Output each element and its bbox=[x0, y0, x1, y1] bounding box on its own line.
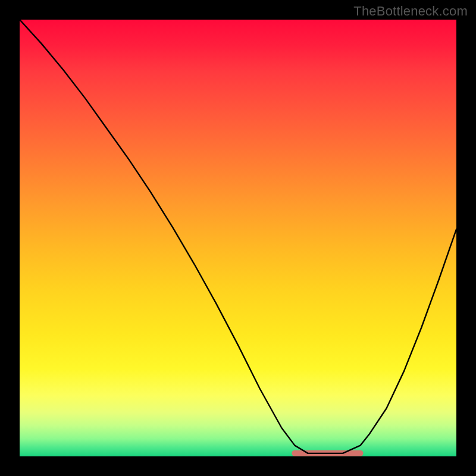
plot-area bbox=[20, 20, 456, 456]
chart-frame: TheBottleneck.com bbox=[0, 0, 476, 476]
watermark-text: TheBottleneck.com bbox=[353, 4, 468, 19]
bottleneck-curve bbox=[20, 20, 456, 453]
chart-svg bbox=[20, 20, 456, 456]
